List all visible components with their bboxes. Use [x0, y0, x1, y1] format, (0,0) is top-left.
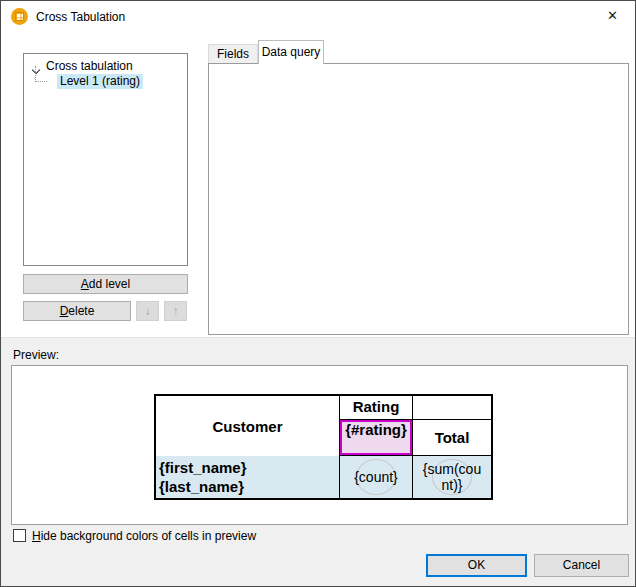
tree-item-level1[interactable]: Level 1 (rating): [57, 74, 143, 89]
bottom-section: Preview: Customer Rating {#rating} Total…: [1, 337, 635, 587]
crosstab-icon: [11, 8, 28, 25]
tab-fields[interactable]: Fields: [208, 44, 258, 64]
rating-field-cell[interactable]: {#rating}: [340, 420, 413, 456]
row-header-line1: {first_name}: [159, 458, 339, 477]
delete-button[interactable]: Delete: [23, 301, 131, 321]
corner-cell[interactable]: [413, 396, 491, 420]
tree-connector: [35, 66, 47, 82]
crosstab-preview-table: Customer Rating {#rating} Total {first_n…: [154, 394, 493, 500]
rating-header-cell[interactable]: Rating: [340, 396, 413, 420]
title-bar: Cross Tabulation ✕: [1, 1, 635, 32]
arrow-up-icon: ↑: [173, 304, 179, 318]
tab-data-query[interactable]: Data query: [258, 40, 324, 64]
move-up-button[interactable]: ↑: [164, 301, 187, 321]
hide-colors-label[interactable]: Hide background colors of cells in previ…: [32, 529, 256, 543]
row-header-cell[interactable]: {first_name} {last_name}: [156, 456, 340, 498]
arrow-down-icon: ↓: [145, 304, 151, 318]
ok-button[interactable]: OK: [426, 554, 527, 577]
preview-label: Preview:: [13, 348, 59, 362]
sum-cell[interactable]: {sum(count)}: [413, 456, 491, 498]
cancel-button[interactable]: Cancel: [534, 554, 629, 577]
customer-header-cell[interactable]: Customer: [156, 396, 340, 456]
count-cell[interactable]: {count}: [340, 456, 413, 498]
preview-panel: Customer Rating {#rating} Total {first_n…: [11, 365, 628, 525]
row-header-line2: {last_name}: [159, 477, 339, 496]
add-level-button[interactable]: Add level: [23, 274, 188, 294]
window-title: Cross Tabulation: [36, 10, 125, 24]
tree-root-label[interactable]: Cross tabulation: [46, 58, 133, 74]
hide-colors-checkbox[interactable]: [13, 529, 26, 542]
tab-pane: [208, 63, 629, 335]
cross-tabulation-dialog: Cross Tabulation ✕ Cross tabulation Leve…: [0, 0, 636, 587]
levels-tree: Cross tabulation Level 1 (rating): [23, 53, 188, 266]
close-icon[interactable]: ✕: [590, 1, 635, 31]
move-down-button[interactable]: ↓: [136, 301, 159, 321]
total-header-cell[interactable]: Total: [413, 420, 491, 456]
